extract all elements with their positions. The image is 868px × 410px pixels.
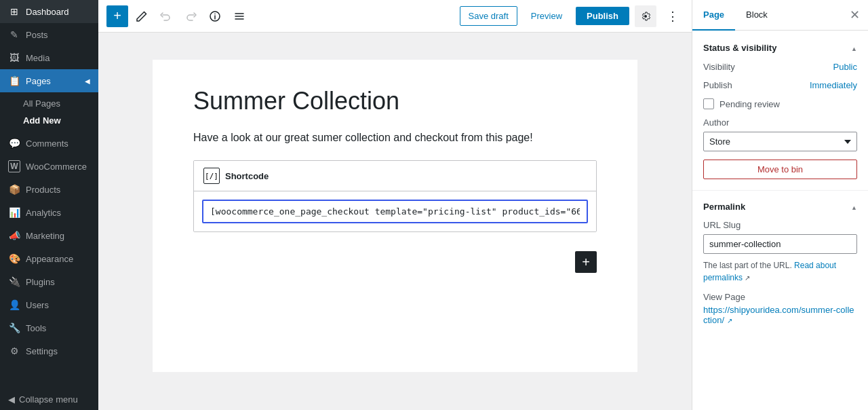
- editor-area: Summer Collection Have a look at our gre…: [98, 33, 692, 410]
- woocommerce-icon: W: [8, 160, 20, 172]
- analytics-icon: 📊: [8, 206, 20, 219]
- sidebar-item-media[interactable]: 🖼 Media: [0, 46, 98, 69]
- tab-block[interactable]: Block: [735, 0, 778, 31]
- permalink-chevron: [851, 202, 857, 212]
- publish-row-label: Publish: [703, 80, 732, 90]
- publish-row-value[interactable]: Immediately: [810, 80, 857, 90]
- sidebar-item-dashboard[interactable]: ⊞ Dashboard: [0, 0, 98, 23]
- add-block-inline-button[interactable]: +: [575, 251, 597, 273]
- sidebar: ⊞ Dashboard ✎ Posts 🖼 Media 📋 Pages ◀ Al…: [0, 0, 98, 410]
- info-button[interactable]: [204, 5, 226, 27]
- undo-button[interactable]: [155, 5, 177, 27]
- gear-icon: [640, 11, 651, 22]
- sidebar-item-woocommerce[interactable]: W WooCommerce: [0, 155, 98, 178]
- pending-review-row: Pending review: [703, 98, 857, 109]
- status-visibility-header[interactable]: Status & visibility: [703, 41, 857, 54]
- shortcode-input-wrapper: [194, 191, 596, 231]
- sidebar-item-tools[interactable]: 🔧 Tools: [0, 316, 98, 339]
- status-visibility-title: Status & visibility: [703, 43, 776, 53]
- svg-point-2: [214, 13, 216, 14]
- sidebar-item-label: WooCommerce: [26, 162, 87, 172]
- editor-content: Summer Collection Have a look at our gre…: [153, 60, 637, 372]
- shortcode-bracket-icon: [/]: [203, 168, 220, 184]
- visibility-label: Visibility: [703, 62, 735, 72]
- add-block-button[interactable]: +: [106, 5, 128, 27]
- sidebar-item-label: Comments: [26, 138, 68, 149]
- sidebar-item-pages[interactable]: 📋 Pages ◀: [0, 69, 98, 92]
- info-icon: [209, 10, 221, 22]
- tools-icon: 🔧: [8, 322, 20, 334]
- page-title[interactable]: Summer Collection: [193, 87, 597, 115]
- submenu-add-new[interactable]: Add New: [0, 112, 98, 129]
- sidebar-item-label: Dashboard: [26, 7, 69, 17]
- sidebar-item-label: Tools: [26, 323, 46, 333]
- sidebar-item-label: Analytics: [26, 208, 61, 218]
- page-intro[interactable]: Have a look at our great sumer collectio…: [193, 132, 597, 144]
- toolbar-left: +: [106, 5, 250, 27]
- settings-icon: ⚙: [8, 345, 20, 357]
- panel-close-button[interactable]: ✕: [842, 2, 868, 28]
- preview-button[interactable]: Preview: [523, 7, 570, 25]
- collapse-label: Collapse menu: [19, 394, 78, 405]
- permalink-header[interactable]: Permalink: [703, 202, 857, 212]
- users-icon: 👤: [8, 299, 20, 311]
- url-slug-input[interactable]: [703, 234, 857, 254]
- permalink-description: The last part of the URL. Read about per…: [703, 259, 857, 284]
- appearance-icon: 🎨: [8, 253, 20, 265]
- list-view-button[interactable]: [229, 5, 250, 27]
- sidebar-item-settings[interactable]: ⚙ Settings: [0, 339, 98, 362]
- permalink-section: Permalink URL Slug The last part of the …: [692, 191, 868, 336]
- sidebar-item-label: Media: [26, 53, 50, 63]
- shortcode-input[interactable]: [202, 200, 588, 223]
- collapse-menu[interactable]: ◀ Collapse menu: [0, 389, 98, 410]
- main-area: +: [98, 0, 692, 410]
- sidebar-item-label: Appearance: [26, 254, 73, 264]
- plugins-icon: 🔌: [8, 276, 20, 288]
- sidebar-item-appearance[interactable]: 🎨 Appearance: [0, 247, 98, 270]
- sidebar-item-plugins[interactable]: 🔌 Plugins: [0, 270, 98, 293]
- sidebar-item-label: Pages: [26, 76, 51, 86]
- shortcode-header: [/] Shortcode: [194, 161, 596, 191]
- list-view-icon: [233, 10, 245, 22]
- right-panel: Page Block ✕ Status & visibility Visibil…: [692, 0, 868, 410]
- submenu-all-pages[interactable]: All Pages: [0, 95, 98, 112]
- author-select[interactable]: Store: [703, 132, 857, 151]
- external-link-icon: ↗: [745, 274, 750, 282]
- posts-icon: ✎: [8, 29, 20, 41]
- sidebar-item-marketing[interactable]: 📣 Marketing: [0, 224, 98, 247]
- visibility-value[interactable]: Public: [833, 62, 857, 72]
- undo-icon: [160, 10, 172, 22]
- dashboard-icon: ⊞: [8, 5, 20, 18]
- publish-row: Publish Immediately: [703, 80, 857, 90]
- sidebar-item-users[interactable]: 👤 Users: [0, 293, 98, 316]
- sidebar-item-label: Posts: [26, 30, 48, 40]
- marketing-icon: 📣: [8, 229, 20, 242]
- sidebar-item-label: Plugins: [26, 277, 55, 287]
- sidebar-item-posts[interactable]: ✎ Posts: [0, 23, 98, 46]
- move-to-bin-button[interactable]: Move to bin: [703, 160, 857, 179]
- sidebar-item-label: Users: [26, 300, 49, 310]
- status-visibility-chevron: [851, 41, 857, 54]
- toolbar-right: Save draft Preview Publish ⋮: [460, 5, 684, 27]
- view-page-link[interactable]: https://shipyouridea.com/summer-collecti…: [703, 305, 857, 325]
- settings-gear-button[interactable]: [635, 5, 656, 27]
- edit-tool-button[interactable]: [131, 5, 153, 27]
- pending-review-checkbox[interactable]: [703, 98, 714, 109]
- sidebar-item-label: Marketing: [26, 231, 64, 241]
- redo-button[interactable]: [180, 5, 201, 27]
- url-slug-label: URL Slug: [703, 220, 857, 230]
- publish-button[interactable]: Publish: [576, 7, 629, 25]
- pages-submenu: All Pages Add New: [0, 92, 98, 132]
- sidebar-item-comments[interactable]: 💬 Comments: [0, 132, 98, 155]
- status-visibility-section: Status & visibility Visibility Public Pu…: [692, 31, 868, 191]
- sidebar-item-analytics[interactable]: 📊 Analytics: [0, 201, 98, 224]
- shortcode-block: [/] Shortcode: [193, 160, 597, 232]
- permalink-title-text: Permalink: [703, 202, 745, 212]
- tab-page[interactable]: Page: [692, 0, 735, 31]
- sidebar-item-products[interactable]: 📦 Products: [0, 178, 98, 201]
- save-draft-button[interactable]: Save draft: [460, 6, 517, 26]
- more-options-button[interactable]: ⋮: [662, 5, 684, 27]
- visibility-row: Visibility Public: [703, 62, 857, 72]
- media-icon: 🖼: [8, 52, 20, 64]
- collapse-icon: ◀: [8, 394, 15, 405]
